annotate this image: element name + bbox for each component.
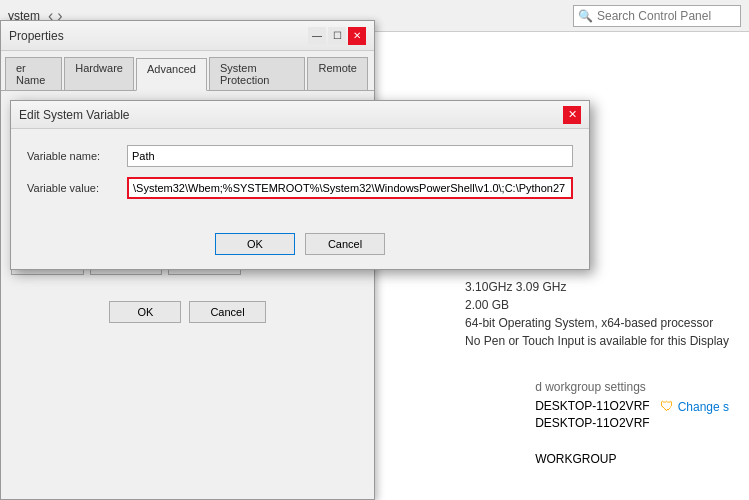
workgroup-name: WORKGROUP <box>535 452 616 466</box>
tab-system-protection[interactable]: System Protection <box>209 57 306 90</box>
tab-computer-name[interactable]: er Name <box>5 57 62 90</box>
domain-name: DESKTOP-11O2VRF <box>535 416 649 430</box>
edit-dialog-close-button[interactable]: ✕ <box>563 106 581 124</box>
edit-ok-button[interactable]: OK <box>215 233 295 255</box>
edit-cancel-button[interactable]: Cancel <box>305 233 385 255</box>
system-type-spec: 64-bit Operating System, x64-based proce… <box>465 316 729 330</box>
tab-advanced[interactable]: Advanced <box>136 58 207 91</box>
dialog-bottom-buttons: OK Cancel <box>1 293 374 331</box>
close-button[interactable]: ✕ <box>348 27 366 45</box>
ok-button[interactable]: OK <box>109 301 181 323</box>
specs-section: 3.10GHz 3.09 GHz 2.00 GB 64-bit Operatin… <box>465 280 729 352</box>
edit-system-variable-dialog: Edit System Variable ✕ Variable name: Va… <box>10 100 590 270</box>
workgroup-section: d workgroup settings DESKTOP-11O2VRF 🛡Ch… <box>535 380 729 468</box>
search-icon: 🔍 <box>578 9 593 23</box>
computer-name-row: DESKTOP-11O2VRF 🛡Change s <box>535 398 729 414</box>
tab-hardware[interactable]: Hardware <box>64 57 134 90</box>
computer-name: DESKTOP-11O2VRF <box>535 399 649 413</box>
edit-dialog-content: Variable name: Variable value: <box>11 129 589 225</box>
edit-dialog-buttons: OK Cancel <box>11 225 589 269</box>
search-box[interactable]: 🔍 <box>573 5 741 27</box>
minimize-button[interactable]: — <box>308 27 326 45</box>
variable-name-input[interactable] <box>127 145 573 167</box>
workgroup-label: d workgroup settings <box>535 380 729 394</box>
variable-value-row: Variable value: <box>27 177 573 199</box>
pen-touch-spec: No Pen or Touch Input is available for t… <box>465 334 729 348</box>
shield-icon: 🛡 <box>660 398 674 414</box>
maximize-button[interactable]: ☐ <box>328 27 346 45</box>
cancel-button[interactable]: Cancel <box>189 301 265 323</box>
edit-dialog-title-text: Edit System Variable <box>19 108 563 122</box>
domain-row: DESKTOP-11O2VRF <box>535 416 729 430</box>
variable-name-label: Variable name: <box>27 150 127 162</box>
variable-name-row: Variable name: <box>27 145 573 167</box>
tab-remote[interactable]: Remote <box>307 57 368 90</box>
variable-value-input[interactable] <box>127 177 573 199</box>
dialog-titlebar: Properties — ☐ ✕ <box>1 21 374 51</box>
search-input[interactable] <box>597 9 736 23</box>
edit-dialog-titlebar: Edit System Variable ✕ <box>11 101 589 129</box>
dialog-title-text: Properties <box>9 29 306 43</box>
dialog-tabs: er Name Hardware Advanced System Protect… <box>1 51 374 91</box>
change-settings-link[interactable]: 🛡Change s <box>660 398 729 414</box>
ram-spec: 2.00 GB <box>465 298 729 312</box>
processor-spec: 3.10GHz 3.09 GHz <box>465 280 729 294</box>
workgroup-row: WORKGROUP <box>535 452 729 466</box>
variable-value-label: Variable value: <box>27 182 127 194</box>
